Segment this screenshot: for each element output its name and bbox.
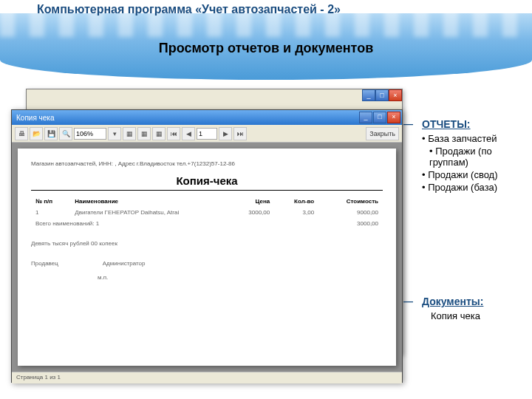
- slide-title: Компьютерная программа «Учет автозапчаст…: [37, 3, 341, 16]
- minimize-icon[interactable]: _: [359, 112, 372, 123]
- maximize-icon[interactable]: □: [375, 89, 389, 101]
- zoom-select[interactable]: 106%: [74, 128, 106, 140]
- window-titlebar[interactable]: Копия чека _ □ ×: [12, 110, 402, 125]
- list-item: • База запчастей: [422, 132, 529, 145]
- thumb2-icon[interactable]: ▦: [137, 127, 151, 140]
- table-row: 1 Двигатели ГЕНЕРАТОР Daihatsu, Atrai 30…: [33, 208, 381, 217]
- right-panel-documents: — Документы: Копия чека: [422, 296, 529, 322]
- next-page-icon[interactable]: ▶: [219, 127, 232, 140]
- seller-name: Администратор: [103, 260, 146, 267]
- report-toolbar: 🖶 📂 💾 🔍 106% ▾ ▦ ▦ ▦ ⏮ ◀ 1 ▶ ⏭ Закрыть: [12, 125, 402, 143]
- first-page-icon[interactable]: ⏮: [167, 127, 180, 140]
- last-page-icon[interactable]: ⏭: [233, 127, 247, 140]
- col-qty: Кол-во: [274, 197, 317, 206]
- slide-subtitle: Просмотр отчетов и документов: [0, 41, 532, 56]
- cell: 3000,00: [228, 208, 273, 217]
- list-item: • Продажи (по группам): [422, 145, 529, 168]
- seller-label: Продавец: [31, 260, 58, 267]
- cell: Двигатели ГЕНЕРАТОР Daihatsu, Atrai: [72, 208, 226, 217]
- list-item: Копия чека: [422, 310, 529, 322]
- cell: 3,00: [274, 208, 317, 217]
- zoom-dropdown-icon[interactable]: ▾: [108, 127, 121, 140]
- thumb1-icon[interactable]: ▦: [123, 127, 136, 140]
- prev-page-icon[interactable]: ◀: [182, 127, 195, 140]
- window-title: Копия чека: [16, 114, 55, 122]
- col-price: Цена: [228, 197, 273, 206]
- minimize-icon[interactable]: _: [362, 89, 375, 101]
- page-viewport[interactable]: Магазин автозапчастей, ИНН: , Адрес г.Вл…: [12, 143, 402, 372]
- status-bar: Страница 1 из 1: [12, 372, 402, 383]
- document-page: Магазин автозапчастей, ИНН: , Адрес г.Вл…: [18, 149, 396, 366]
- doc-header: Магазин автозапчастей, ИНН: , Адрес г.Вл…: [31, 160, 383, 167]
- doc-title: Копия-чека: [31, 174, 383, 187]
- close-icon[interactable]: ×: [389, 89, 402, 101]
- list-item: • Продажи (база): [422, 181, 529, 194]
- open-icon[interactable]: 📂: [30, 127, 43, 140]
- amount-text: Девять тысяч рублей 00 копеек: [31, 240, 383, 247]
- zoom-icon[interactable]: 🔍: [59, 127, 72, 140]
- cell: 9000,00: [318, 208, 381, 217]
- page-number-input[interactable]: 1: [197, 128, 217, 140]
- cell: 3000,00: [318, 219, 381, 228]
- save-icon[interactable]: 💾: [44, 127, 58, 140]
- cell: 1: [33, 208, 70, 217]
- documents-heading: Документы:: [422, 296, 529, 307]
- thumb3-icon[interactable]: ▦: [152, 127, 166, 140]
- list-item: • Продажи (свод): [422, 168, 529, 181]
- close-icon[interactable]: ×: [387, 112, 400, 123]
- cell: Всего наименований: 1: [33, 219, 226, 228]
- mp-label: м.п.: [98, 274, 383, 281]
- col-num: № п/п: [33, 197, 70, 206]
- report-viewer-window: Копия чека _ □ × 🖶 📂 💾 🔍 106% ▾ ▦ ▦ ▦ ⏮ …: [11, 109, 403, 383]
- right-panel-reports: — ОТЧЕТЫ: • База запчастей • Продажи (по…: [422, 118, 529, 194]
- doc-table: № п/п Наименование Цена Кол-во Стоимость…: [31, 195, 383, 230]
- table-total-row: Всего наименований: 1 3000,00: [33, 219, 381, 228]
- col-name: Наименование: [72, 197, 226, 206]
- print-icon[interactable]: 🖶: [15, 127, 28, 140]
- reports-heading: ОТЧЕТЫ:: [422, 118, 529, 130]
- divider: [31, 190, 383, 191]
- col-cost: Стоимость: [318, 197, 381, 206]
- close-button[interactable]: Закрыть: [366, 127, 399, 140]
- maximize-icon[interactable]: □: [373, 112, 386, 123]
